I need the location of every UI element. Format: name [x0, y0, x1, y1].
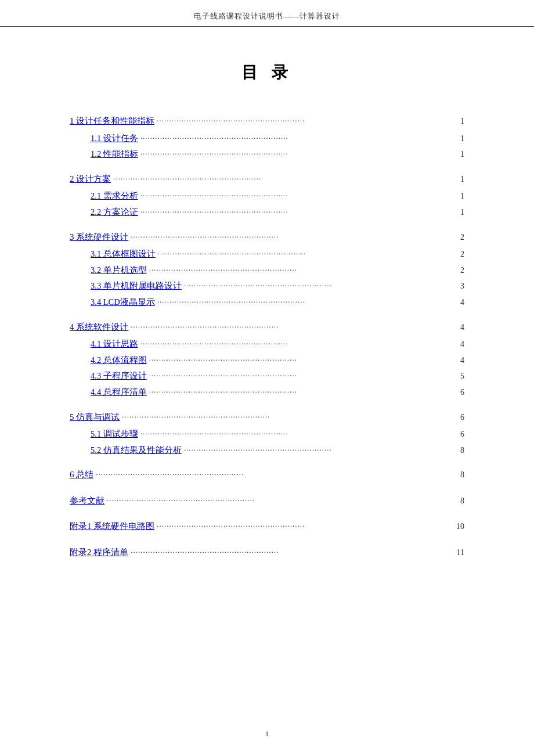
toc-entry: 3.1 总体框图设计······························…	[70, 246, 464, 262]
toc-entry: 5.1 调试步骤································…	[70, 426, 464, 442]
toc-label[interactable]: 2 设计方案	[70, 171, 111, 188]
toc-dots: ········································…	[140, 131, 458, 146]
toc-dots: ········································…	[184, 279, 458, 293]
toc-gap	[70, 401, 464, 405]
toc-label[interactable]: 附录2 程序清单	[70, 544, 128, 561]
toc-label[interactable]: 参考文献	[70, 492, 104, 509]
toc-entry: 4 系统软件设计································…	[70, 319, 464, 336]
toc-label[interactable]: 1.2 性能指标	[91, 146, 138, 163]
toc-gap	[70, 510, 464, 514]
content-area: 目 录 1 设计任务和性能指标·························…	[0, 27, 534, 597]
toc-page-number: 1	[460, 189, 464, 204]
toc-dots: ········································…	[158, 247, 458, 261]
toc-label[interactable]: 5 仿真与调试	[70, 409, 120, 426]
toc-dots: ········································…	[140, 337, 458, 351]
toc-page-number: 4	[460, 337, 464, 352]
toc-page-number: 6	[460, 410, 464, 426]
toc-page-number: 1	[460, 205, 464, 221]
toc-page-number: 8	[460, 467, 464, 483]
toc-page-number: 11	[457, 545, 464, 561]
toc-page-number: 1	[460, 147, 464, 163]
toc-dots: ········································…	[96, 467, 458, 482]
toc-label[interactable]: 1.1 设计任务	[91, 131, 138, 147]
toc-page-number: 5	[460, 369, 464, 384]
toc-label[interactable]: 4.1 设计思路	[91, 336, 138, 352]
toc-entry: 2 设计方案··································…	[70, 171, 464, 188]
toc-entry: 1.1 设计任务································…	[70, 131, 464, 147]
toc-entry: 5.2 仿真结果及性能分析···························…	[70, 442, 464, 459]
toc-entry: 6 总结····································…	[70, 466, 464, 483]
toc-label[interactable]: 附录1 系统硬件电路图	[70, 518, 154, 535]
toc-page-number: 4	[460, 353, 464, 369]
toc-dots: ········································…	[131, 320, 458, 334]
toc-gap	[70, 221, 464, 225]
toc-title: 目 录	[70, 62, 464, 84]
toc-label[interactable]: 3.4 LCD液晶显示	[91, 294, 155, 311]
header-text: 电子线路课程设计说明书——计算器设计	[194, 12, 340, 20]
toc-page-number: 1	[460, 114, 464, 129]
toc-entry: 4.2 总体流程图·······························…	[70, 352, 464, 369]
toc-page-number: 1	[460, 172, 464, 188]
page: 电子线路课程设计说明书——计算器设计 目 录 1 设计任务和性能指标······…	[0, 0, 534, 756]
toc-dots: ········································…	[157, 295, 458, 309]
toc-page-number: 2	[460, 230, 464, 246]
toc-page-number: 3	[460, 279, 464, 294]
page-header: 电子线路课程设计说明书——计算器设计	[0, 0, 534, 27]
toc-label[interactable]: 6 总结	[70, 466, 93, 483]
toc-label[interactable]: 5.2 仿真结果及性能分析	[91, 442, 182, 459]
toc-label[interactable]: 3 系统硬件设计	[70, 229, 128, 246]
toc-dots: ········································…	[131, 230, 458, 244]
toc-label[interactable]: 5.1 调试步骤	[91, 426, 138, 442]
toc-page-number: 2	[460, 247, 464, 262]
footer: 1	[0, 729, 534, 739]
toc-entry: 3.3 单片机附属电路设计···························…	[70, 278, 464, 294]
toc-entry: 4.4 总程序清单·······························…	[70, 384, 464, 401]
toc-dots: ········································…	[113, 172, 458, 186]
toc-dots: ········································…	[157, 519, 454, 534]
toc-label[interactable]: 4.3 子程序设计	[91, 368, 147, 384]
toc-dots: ········································…	[140, 205, 458, 219]
toc-dots: ········································…	[184, 443, 458, 458]
toc-page-number: 8	[460, 494, 464, 509]
toc-dots: ········································…	[140, 147, 458, 161]
toc-dots: ········································…	[149, 385, 458, 399]
toc-dots: ········································…	[149, 353, 458, 368]
toc-label[interactable]: 4 系统软件设计	[70, 319, 128, 336]
toc-entry: 参考文献····································…	[70, 492, 464, 509]
toc-page-number: 4	[460, 320, 464, 336]
toc-page-number: 4	[460, 295, 464, 311]
toc-entry: 2.2 方案论证································…	[70, 204, 464, 221]
toc-page-number: 10	[456, 519, 464, 535]
toc-page-number: 1	[460, 131, 464, 147]
toc-dots: ········································…	[157, 114, 458, 128]
toc-dots: ········································…	[107, 494, 458, 508]
toc-label[interactable]: 1 设计任务和性能指标	[70, 113, 154, 129]
toc-page-number: 8	[460, 443, 464, 459]
toc-label[interactable]: 4.2 总体流程图	[91, 352, 147, 369]
toc-entry: 附录1 系统硬件电路图·····························…	[70, 518, 464, 535]
toc-gap	[70, 311, 464, 315]
toc-entry: 2.1 需求分析································…	[70, 188, 464, 204]
page-number: 1	[265, 729, 269, 738]
toc-page-number: 6	[460, 385, 464, 401]
toc-label[interactable]: 2.2 方案论证	[91, 204, 138, 221]
toc-dots: ········································…	[131, 545, 454, 560]
toc-dots: ········································…	[149, 263, 458, 278]
toc-gap	[70, 163, 464, 167]
toc-label[interactable]: 3.1 总体框图设计	[91, 246, 156, 262]
toc-label[interactable]: 3.2 单片机选型	[91, 262, 147, 279]
toc-entry: 3 系统硬件设计································…	[70, 229, 464, 246]
toc-gap	[70, 458, 464, 463]
toc-label[interactable]: 2.1 需求分析	[91, 188, 138, 204]
toc-dots: ········································…	[140, 427, 458, 441]
toc-page-number: 6	[460, 427, 464, 442]
toc-label[interactable]: 3.3 单片机附属电路设计	[91, 278, 182, 294]
toc-dots: ········································…	[140, 189, 458, 203]
toc-entry: 4.3 子程序设计·······························…	[70, 368, 464, 384]
toc-entry: 1.2 性能指标································…	[70, 146, 464, 163]
toc-entry: 1 设计任务和性能指标·····························…	[70, 113, 464, 129]
toc-dots: ········································…	[149, 369, 458, 383]
toc-label[interactable]: 4.4 总程序清单	[91, 384, 147, 401]
toc-page-number: 2	[460, 263, 464, 279]
toc-entry: 3.2 单片机选型·······························…	[70, 262, 464, 279]
